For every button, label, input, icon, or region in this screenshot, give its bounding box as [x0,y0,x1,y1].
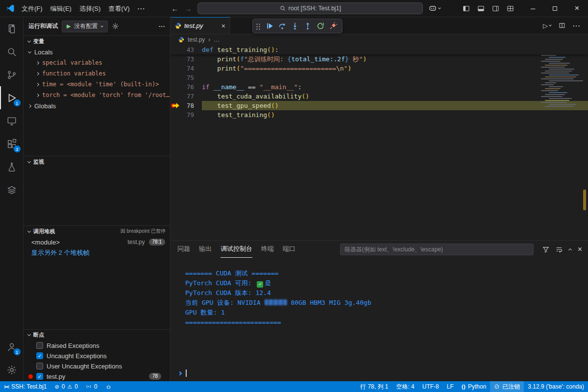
tab-test-py[interactable]: test.py × [171,17,230,34]
debug-gear-icon[interactable] [112,23,119,30]
testing-icon[interactable] [0,155,24,178]
search-activity-icon[interactable] [0,40,24,63]
breakpoint-row[interactable]: User Uncaught Exceptions [24,361,170,371]
breadcrumb-symbol[interactable]: … [214,36,220,43]
minimize-button[interactable]: ─ [522,0,544,17]
start-debug-icon[interactable]: ▶ [67,23,71,29]
variable-row[interactable]: Globals [24,100,170,111]
debug-status[interactable] [101,381,116,392]
panel-close-icon[interactable]: × [578,245,582,254]
code-line-73[interactable]: 73 print(f"总训练时间: {total_time:.2f} 秒") [171,54,588,64]
explorer-icon[interactable] [0,17,24,40]
breakpoint-checkbox[interactable]: ✓ [36,373,43,380]
eol-status[interactable]: LF [443,381,458,392]
breakpoint-row[interactable]: ✓test.py78 [24,371,170,381]
encoding-status[interactable]: UTF-8 [418,381,443,392]
restart-button[interactable] [315,20,326,32]
menu-more-icon[interactable]: ··· [134,0,149,17]
customize-layout-icon[interactable] [507,5,514,12]
step-out-button[interactable] [302,20,314,32]
drag-handle[interactable] [256,23,260,30]
signed-out-status[interactable]: 已注销 [490,381,524,392]
editor[interactable]: 43def test_training(): 73 print(f"总训练时间:… [171,45,588,240]
language-mode[interactable]: {} Python [458,381,490,392]
back-icon[interactable]: ← [171,4,178,13]
remote-indicator[interactable]: >< SSH: Test.bj1 [0,381,51,392]
variable-row[interactable]: function variables [24,68,170,79]
panel-tab-ports[interactable]: 端口 [283,241,295,258]
stack-frame[interactable]: <module> test.py 78:1 [24,237,170,247]
problems-status[interactable]: ⊘0 ⚠0 [51,381,82,392]
menu-file[interactable]: 文件(F) [18,0,47,17]
config-dropdown[interactable]: ▶ 没有配置 [62,21,108,32]
toggle-sidebar-icon[interactable] [463,5,470,12]
filter-icon[interactable] [542,246,549,253]
extensions-icon[interactable]: 3 [0,132,24,155]
show-more-frames-link[interactable]: 显示另外 2 个堆栈帧 [24,247,170,258]
disconnect-button[interactable] [327,20,339,32]
code-line-75[interactable]: 75 [171,73,588,82]
panel-tab-debug-console[interactable]: 调试控制台 [220,241,252,258]
close-button[interactable]: × [566,0,588,17]
editor-more-icon[interactable]: ··· [573,22,581,29]
console-input[interactable] [178,369,187,377]
panel-tab-output[interactable]: 输出 [199,241,212,258]
watch-section-header[interactable]: 监视 [24,156,170,167]
settings-gear-icon[interactable] [0,358,24,381]
toggle-secondary-sidebar-icon[interactable] [492,5,499,12]
variable-row[interactable]: time = <module 'time' (built-in)> [24,79,170,90]
breakpoint-checkbox[interactable] [36,363,43,369]
cursor-position[interactable]: 行 78, 列 1 [356,381,392,392]
breakpoint-row[interactable]: Raised Exceptions [24,341,170,351]
run-python-file-button[interactable]: ▷ [543,22,551,29]
layers-icon[interactable] [0,178,24,201]
panel-maximize-icon[interactable] [568,248,572,252]
breakpoint-checkbox[interactable] [36,342,43,349]
console-filter-input[interactable] [340,244,534,255]
panel-tab-terminal[interactable]: 终端 [261,241,274,258]
toggle-panel-icon[interactable] [477,5,485,12]
forward-icon[interactable]: → [184,4,192,13]
breakpoints-section-header[interactable]: 断点 [24,330,170,341]
variable-row[interactable]: special variables [24,57,170,68]
copilot-icon[interactable] [429,4,441,12]
sidebar-more-icon[interactable]: ··· [159,23,165,30]
menu-selection[interactable]: 选择(S) [75,0,104,17]
maximize-button[interactable] [544,0,566,17]
command-center[interactable]: root [SSH: Test.bj1] [197,2,423,14]
minimap[interactable] [539,45,581,240]
run-debug-icon[interactable]: 1 [0,86,24,109]
continue-button[interactable] [264,20,275,32]
code-line-77[interactable]: 77 test_cuda_availability() [171,92,588,101]
tab-close-icon[interactable]: × [221,22,225,30]
code-line-79[interactable]: 79 test_training() [171,110,588,120]
breakpoint-checkbox[interactable]: ✓ [36,352,43,359]
ports-status[interactable]: 0 [82,381,101,392]
menu-view[interactable]: 查看(V) [104,0,133,17]
editor-scrollbar[interactable] [581,45,588,240]
variable-row[interactable]: Locals [24,47,170,57]
code-line-74[interactable]: 74 print("========================\n") [171,64,588,73]
python-interpreter[interactable]: 3.12.9 ('base': conda) [524,381,588,392]
breadcrumb[interactable]: test.py › … [171,34,588,45]
code-line-76[interactable]: 76if __name__ == "__main__": [171,82,588,92]
step-over-button[interactable] [276,20,288,32]
breakpoint-row[interactable]: ✓Uncaught Exceptions [24,351,170,361]
accounts-icon[interactable]: 1 [0,335,24,358]
variables-section-header[interactable]: 变量 [24,36,170,47]
panel-tab-problems[interactable]: 问题 [177,241,190,258]
indentation-status[interactable]: 空格: 4 [392,381,418,392]
remote-explorer-icon[interactable] [0,109,24,132]
chevron-right-icon [36,93,39,97]
code-line-43[interactable]: 43def test_training(): [171,45,588,54]
step-into-button[interactable] [289,20,301,32]
sticky-line[interactable]: 43def test_training(): [171,45,588,54]
word-wrap-icon[interactable] [556,246,563,253]
code-line-78[interactable]: 78 test_gpu_speed() [171,101,588,110]
callstack-section-header[interactable]: 调用堆栈 因 breakpoint 已暂停 [24,226,170,237]
split-editor-icon[interactable] [559,22,565,29]
breadcrumb-file[interactable]: test.py [188,36,205,43]
source-control-icon[interactable] [0,63,24,86]
variable-row[interactable]: torch = <module 'torch' from '/root… [24,90,170,100]
menu-edit[interactable]: 编辑(E) [47,0,75,17]
